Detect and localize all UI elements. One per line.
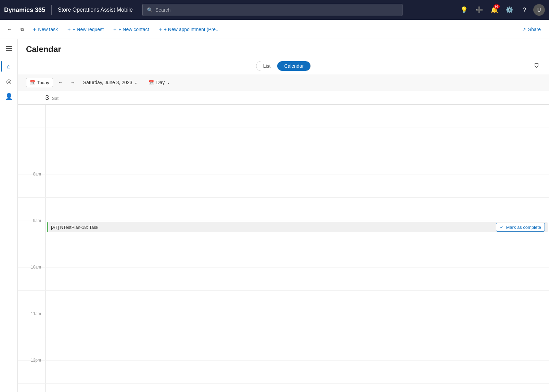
back-button[interactable]: ←: [4, 24, 15, 35]
day-chevron-icon: ⌄: [167, 80, 170, 85]
calendar-icon: 📅: [30, 80, 35, 85]
new-request-button[interactable]: + + New request: [63, 24, 108, 35]
time-slot-10am-half: [45, 291, 549, 314]
toolbar: ← ⧉ + New task + + New request + + New c…: [0, 20, 549, 39]
date-display[interactable]: Saturday, June 3, 2023 ⌄: [80, 78, 141, 87]
day-header: 3 Sat: [18, 91, 549, 105]
time-row-9am-half: [18, 244, 549, 267]
time-label-8am: 8am: [18, 172, 45, 195]
time-label-10am: 10am: [18, 265, 45, 288]
view-toggle-container: List Calendar ⛉: [18, 57, 549, 74]
time-slot-9am-half: [45, 244, 549, 267]
time-row-12pm: 12pm: [18, 361, 549, 384]
settings-button[interactable]: ⚙️: [503, 4, 515, 16]
time-label-9am-half: [18, 241, 45, 264]
notification-button[interactable]: 🔔 99: [488, 4, 500, 16]
person-icon: 👤: [5, 93, 13, 100]
sidebar-item-goals[interactable]: ◎: [2, 75, 16, 88]
lightbulb-button[interactable]: 💡: [458, 4, 470, 16]
time-slot-12pm-half: [45, 384, 549, 392]
avatar-button[interactable]: U: [533, 4, 545, 16]
new-appointment-label: + New appointment (Pre...: [164, 27, 220, 32]
time-label-8am-half: [18, 195, 45, 218]
search-bar[interactable]: 🔍 Search: [142, 4, 403, 16]
prev-day-button[interactable]: ←: [56, 78, 65, 87]
time-label-2: [18, 148, 45, 171]
plus-icon: +: [33, 26, 36, 32]
help-button[interactable]: ?: [518, 4, 531, 16]
top-nav: Dynamics 365 Store Operations Assist Mob…: [0, 0, 549, 20]
time-label-0: [18, 102, 45, 125]
search-icon: 🔍: [147, 7, 153, 13]
sidebar-hamburger[interactable]: [2, 42, 16, 55]
plus-icon-3: +: [113, 26, 116, 32]
time-row-2: [18, 151, 549, 174]
goals-icon: ◎: [6, 78, 12, 85]
time-label-12pm: 12pm: [18, 358, 45, 381]
calendar-nav: 📅 Today ← → Saturday, June 3, 2023 ⌄ 📅 D…: [18, 74, 549, 91]
event-1[interactable]: [AT] NTestPlan-18: Task ✓ Mark as comple…: [47, 222, 548, 232]
time-label-11am-half: [18, 335, 45, 357]
date-text: Saturday, June 3, 2023: [83, 80, 132, 85]
time-row-8am: 8am: [18, 174, 549, 198]
time-label-10am-half: [18, 288, 45, 311]
sidebar-item-contacts[interactable]: 👤: [2, 90, 16, 103]
time-row-10am: 10am: [18, 267, 549, 291]
time-slot-8am-half: [45, 198, 549, 221]
time-row-8am-half: [18, 198, 549, 221]
calendar-body[interactable]: 3 Sat 8am: [18, 91, 549, 392]
calendar-view-button[interactable]: Calendar: [277, 61, 310, 71]
time-slot-2: [45, 151, 549, 174]
time-grid: 8am 9am [AT] NTestPlan-18: Task ✓: [18, 105, 549, 392]
new-task-button[interactable]: + New task: [29, 24, 62, 35]
time-slot-11am: [45, 314, 549, 337]
next-day-button[interactable]: →: [68, 78, 78, 87]
main-layout: ⌂ ◎ 👤 Calendar List Calendar ⛉ 📅: [0, 39, 549, 392]
time-label-11am: 11am: [18, 311, 45, 334]
event-1-title: [AT] NTestPlan-18: Task: [51, 225, 496, 230]
time-label-9am: 9am: [18, 218, 45, 241]
new-request-label: + New request: [73, 27, 104, 32]
new-task-label: New task: [38, 27, 58, 32]
time-row-0: [18, 105, 549, 128]
home-icon: ⌂: [7, 63, 11, 70]
search-placeholder: Search: [155, 7, 170, 13]
new-window-button[interactable]: ⧉: [16, 24, 27, 35]
new-appointment-button[interactable]: + + New appointment (Pre...: [154, 24, 224, 35]
brand-container: Dynamics 365 Store Operations Assist Mob…: [4, 5, 133, 15]
time-row-11am-half: [18, 337, 549, 361]
date-chevron-icon: ⌄: [134, 80, 138, 85]
filter-icon: ⛉: [534, 63, 539, 69]
today-button[interactable]: 📅 Today: [26, 78, 53, 87]
check-icon-1: ✓: [500, 224, 504, 230]
today-label: Today: [37, 80, 49, 85]
share-label: Share: [528, 27, 541, 32]
content-area: Calendar List Calendar ⛉ 📅 Today ← → Sat…: [18, 39, 549, 392]
time-label-1: [18, 125, 45, 148]
day-selector[interactable]: 📅 Day ⌄: [146, 78, 173, 87]
time-row-9am: 9am [AT] NTestPlan-18: Task ✓ Mark as co…: [18, 221, 549, 244]
brand-name: Dynamics 365: [4, 6, 45, 14]
time-slot-10am: [45, 267, 549, 290]
list-view-button[interactable]: List: [256, 61, 278, 71]
filter-button[interactable]: ⛉: [531, 61, 542, 71]
time-slot-0: [45, 105, 549, 128]
time-row-1: [18, 128, 549, 151]
time-slot-1: [45, 128, 549, 151]
app-name: Store Operations Assist Mobile: [58, 7, 133, 13]
time-label-12pm-half: [18, 381, 45, 392]
day-label: Day: [156, 80, 165, 85]
plus-icon-4: +: [158, 26, 162, 32]
time-slot-9am: [AT] NTestPlan-18: Task ✓ Mark as comple…: [45, 221, 549, 244]
notification-badge: 99: [494, 4, 500, 9]
time-slot-8am: [45, 174, 549, 197]
time-slot-11am-half: [45, 337, 549, 360]
sidebar: ⌂ ◎ 👤: [0, 39, 18, 392]
sidebar-item-home[interactable]: ⌂: [2, 60, 16, 73]
plus-icon-2: +: [67, 26, 71, 32]
share-button[interactable]: ↗ Share: [518, 25, 545, 34]
share-icon: ↗: [522, 27, 526, 32]
mark-complete-button-1[interactable]: ✓ Mark as complete: [496, 223, 545, 232]
new-contact-button[interactable]: + + New contact: [109, 24, 153, 35]
add-button[interactable]: ➕: [473, 4, 485, 16]
